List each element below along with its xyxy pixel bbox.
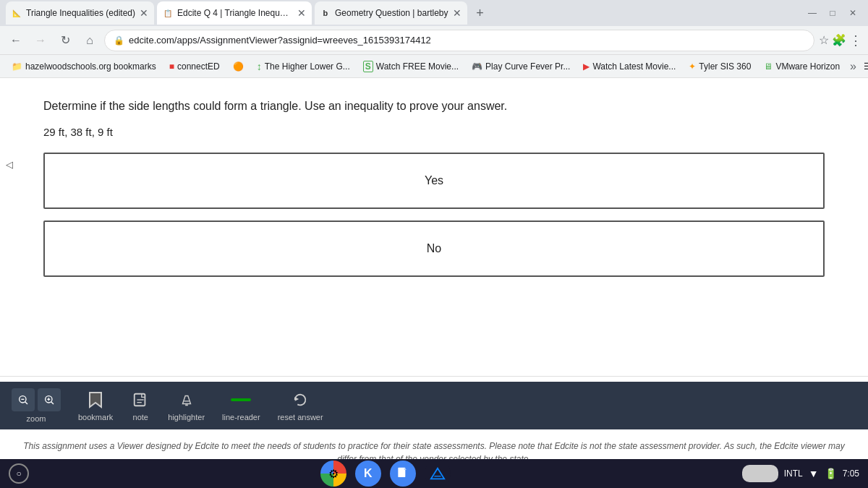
minimize-button[interactable]: — xyxy=(803,4,822,22)
bookmark-hl-label: The Higher Lower G... xyxy=(265,61,350,72)
url-bar[interactable]: 🔒 edcite.com/apps/AssignmentViewer?assig… xyxy=(104,30,814,51)
line-reader-bar xyxy=(231,398,251,401)
line-reader-label: line-reader xyxy=(222,413,260,421)
reading-list-icon: ☰ xyxy=(864,61,868,72)
zoom-in-icon xyxy=(43,394,55,406)
reset-label: reset answer xyxy=(278,413,323,421)
bookmark-svg xyxy=(88,391,103,408)
zoom-out-icon xyxy=(17,394,29,406)
zoom-tool[interactable]: zoom xyxy=(12,388,61,423)
tab-3[interactable]: b Geometry Question | bartleby ✕ xyxy=(315,1,467,25)
bookmark-tyler-sis-label: Tyler SIS 360 xyxy=(699,61,751,72)
zoom-out-button[interactable] xyxy=(12,388,35,411)
bookmarks-bar: 📁 hazelwoodschools.org bookmarks ■ conne… xyxy=(0,55,868,78)
chrome-taskbar-icon[interactable]: ⚙ xyxy=(320,461,346,487)
taskbar-left: ○ xyxy=(9,463,29,484)
maximize-button[interactable]: □ xyxy=(823,4,842,22)
note-tool-icon xyxy=(130,390,150,410)
docs-taskbar-icon[interactable] xyxy=(390,461,416,487)
highlighter-svg xyxy=(179,392,195,408)
bookmark-vmware[interactable]: 🖥 VMware Horizon xyxy=(758,59,846,74)
svg-marker-10 xyxy=(182,396,190,404)
tab-2-icon: 📋 xyxy=(163,8,173,18)
bookmark-tool[interactable]: bookmark xyxy=(78,390,113,421)
highlighter-label: highlighter xyxy=(168,413,205,421)
ext-puzzle-icon[interactable]: 🧩 xyxy=(832,33,846,47)
reload-button[interactable]: ↻ xyxy=(55,30,75,51)
bookmark-connected-label: connectED xyxy=(177,61,220,72)
bookmark-orange[interactable]: 🟠 xyxy=(227,59,250,74)
svg-line-6 xyxy=(51,402,54,404)
tab-1-icon: 📐 xyxy=(12,8,22,18)
line-reader-tool[interactable]: line-reader xyxy=(222,390,260,421)
bottom-toolbar: zoom bookmark note xyxy=(0,382,868,429)
bookmark-hazelwood-label: hazelwoodschools.org bookmarks xyxy=(25,61,156,72)
locale-label: INTL xyxy=(784,468,803,479)
bookmark-tool-icon xyxy=(85,390,106,410)
tab-1-close[interactable]: ✕ xyxy=(140,7,148,19)
close-button[interactable]: ✕ xyxy=(843,4,862,22)
drive-taskbar-icon[interactable] xyxy=(425,461,451,487)
more-bookmarks-button[interactable]: » xyxy=(850,60,856,73)
reading-list-button[interactable]: ☰ Reading list xyxy=(858,55,868,78)
battery-icon: 🔋 xyxy=(825,468,837,479)
chrome-menu-button[interactable]: ⋮ xyxy=(849,33,862,48)
side-lengths-text: 29 ft, 38 ft, 9 ft xyxy=(43,126,825,138)
address-bar: ← → ↻ ⌂ 🔒 edcite.com/apps/AssignmentView… xyxy=(0,26,868,55)
reset-icon xyxy=(290,390,310,410)
taskbar: ○ ⚙ K INTL ▼ 🔋 xyxy=(0,459,868,488)
note-tool[interactable]: note xyxy=(130,390,150,421)
bookmark-curve-fever-label: Play Curve Fever Pr... xyxy=(485,61,570,72)
new-tab-button[interactable]: + xyxy=(470,3,490,23)
bookmark-hazelwood[interactable]: 📁 hazelwoodschools.org bookmarks xyxy=(6,59,162,74)
answer-yes-button[interactable]: Yes xyxy=(43,153,825,209)
tab-3-icon: b xyxy=(320,8,331,18)
highlighter-tool-icon xyxy=(176,390,197,410)
lock-icon: 🔒 xyxy=(114,35,124,46)
highlighter-tool[interactable]: highlighter xyxy=(168,390,205,421)
answer-no-button[interactable]: No xyxy=(43,221,825,277)
bookmark-connected-icon: ■ xyxy=(169,61,174,72)
extension-icons: ☆ 🧩 ⋮ xyxy=(819,33,862,48)
zoom-buttons[interactable] xyxy=(12,388,61,411)
tab-2-close[interactable]: ✕ xyxy=(297,7,306,19)
home-button[interactable]: ⌂ xyxy=(80,30,100,51)
chrome-logo: ⚙ xyxy=(328,467,339,481)
zoom-label: zoom xyxy=(27,414,46,423)
tab-2-title: Edcite Q 4 | Triangle Inequalities xyxy=(177,8,293,18)
bookmark-curve-fever[interactable]: 🎮 Play Curve Fever Pr... xyxy=(466,59,576,74)
page-area: ◁ Determine if the side lengths could fo… xyxy=(0,78,868,382)
bookmark-tyler-sis[interactable]: ✦ Tyler SIS 360 xyxy=(683,59,757,74)
title-bar: 📐 Triangle Inequalities (edited) ✕ 📋 Edc… xyxy=(0,0,868,26)
forward-button[interactable]: → xyxy=(30,30,51,51)
bookmark-folder-icon: 📁 xyxy=(12,61,22,72)
bookmark-vmware-label: VMware Horizon xyxy=(775,61,840,72)
bookmark-watch-latest[interactable]: ▶ Watch Latest Movie... xyxy=(577,59,681,74)
tab-1-title: Triangle Inequalities (edited) xyxy=(26,8,135,18)
window-controls: — □ ✕ xyxy=(803,4,862,22)
svg-line-2 xyxy=(25,402,27,404)
clock-display: 7:05 xyxy=(843,468,859,479)
bookmark-hl-icon: ↕ xyxy=(257,61,262,72)
drive-icon-svg xyxy=(430,466,446,481)
bookmark-star-icon[interactable]: ☆ xyxy=(819,33,829,47)
reset-svg xyxy=(292,392,308,408)
reset-answer-tool[interactable]: reset answer xyxy=(278,390,323,421)
wifi-icon: ▼ xyxy=(809,468,819,479)
back-button[interactable]: ← xyxy=(6,30,26,51)
question-content: Determine if the side lengths could form… xyxy=(0,78,868,367)
tab-3-close[interactable]: ✕ xyxy=(453,7,461,19)
k-taskbar-icon[interactable]: K xyxy=(355,461,381,487)
bookmark-vmware-icon: 🖥 xyxy=(764,61,773,72)
bookmark-game-icon: 🎮 xyxy=(472,61,482,72)
note-svg xyxy=(132,392,148,408)
bookmark-higher-lower[interactable]: ↕ The Higher Lower G... xyxy=(251,59,356,74)
tab-1[interactable]: 📐 Triangle Inequalities (edited) ✕ xyxy=(6,1,154,25)
docs-icon-svg xyxy=(396,466,410,481)
tab-2[interactable]: 📋 Edcite Q 4 | Triangle Inequalities ✕ xyxy=(157,1,312,25)
bookmark-watch-movie-label: Watch FREE Movie... xyxy=(376,61,459,72)
bookmark-connected[interactable]: ■ connectED xyxy=(163,59,226,74)
windows-logo-button[interactable]: ○ xyxy=(9,463,29,484)
bookmark-watch-movie[interactable]: S Watch FREE Movie... xyxy=(357,59,464,74)
zoom-in-button[interactable] xyxy=(38,388,61,411)
